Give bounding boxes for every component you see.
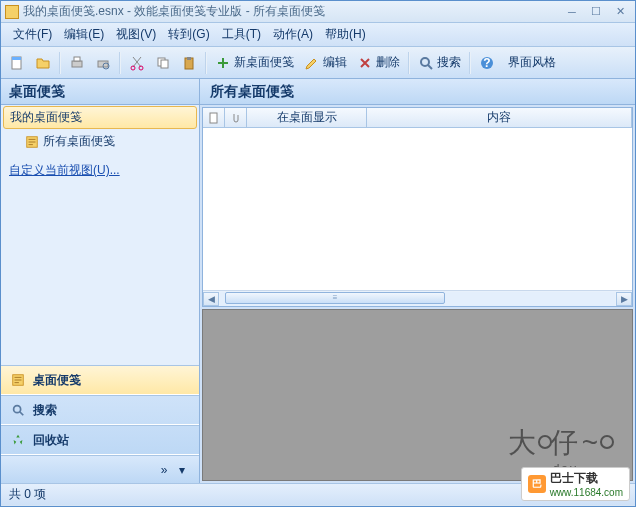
edit-note-button[interactable]: 编辑 [300,51,351,75]
menu-file[interactable]: 文件(F) [7,24,58,45]
separator [59,52,61,74]
note-icon [11,373,25,387]
svg-rect-9 [161,60,168,68]
minimize-button[interactable]: ─ [561,4,583,20]
list-body[interactable] [203,128,632,290]
menubar: 文件(F) 编辑(E) 视图(V) 转到(G) 工具(T) 动作(A) 帮助(H… [1,23,635,47]
toolbar: 新桌面便笺 编辑 删除 搜索 ? 界面风格 [1,47,635,79]
separator [408,52,410,74]
main-title: 所有桌面便笺 [200,79,635,105]
print-preview-button[interactable] [91,51,115,75]
svg-point-17 [14,406,21,413]
col-icon2[interactable] [225,108,247,127]
paste-button[interactable] [177,51,201,75]
svg-text:?: ? [483,56,490,70]
copy-button[interactable] [151,51,175,75]
download-logo-icon: 巴 [528,475,546,493]
scroll-right-button[interactable]: ▶ [616,292,632,306]
svg-rect-11 [187,57,191,60]
preview-pane: 大仔~ day [202,309,633,481]
cut-button[interactable] [125,51,149,75]
tree-all-notes[interactable]: 所有桌面便笺 [1,130,199,153]
sidebar-panel-title: 桌面便笺 [1,79,199,105]
menu-tools[interactable]: 工具(T) [216,24,267,45]
nav-more-button[interactable]: » [155,461,173,479]
sidebar-tree: 我的桌面便笺 所有桌面便笺 自定义当前视图(U)... [1,105,199,365]
menu-help[interactable]: 帮助(H) [319,24,372,45]
theme-button[interactable]: 界面风格 [501,51,560,75]
menu-goto[interactable]: 转到(G) [162,24,215,45]
note-icon [25,135,39,149]
col-content[interactable]: 内容 [367,108,632,127]
tree-root[interactable]: 我的桌面便笺 [3,106,197,129]
download-badge[interactable]: 巴 巴士下载 www.11684.com [521,467,630,501]
print-button[interactable] [65,51,89,75]
note-list: 在桌面显示 内容 ◀ ≡ ▶ [202,107,633,307]
search-button[interactable]: 搜索 [414,51,465,75]
open-file-button[interactable] [31,51,55,75]
page-icon [208,112,220,124]
download-site: 巴士下载 [550,470,623,487]
main-area: 所有桌面便笺 在桌面显示 内容 ◀ ≡ ▶ 大仔~ day [200,79,635,483]
menu-view[interactable]: 视图(V) [110,24,162,45]
menu-action[interactable]: 动作(A) [267,24,319,45]
sidebar: 桌面便笺 我的桌面便笺 所有桌面便笺 自定义当前视图(U)... 桌面便笺 搜索… [1,79,200,483]
attach-icon [230,112,242,124]
horizontal-scrollbar: ◀ ≡ ▶ [203,290,632,306]
col-show-desktop[interactable]: 在桌面显示 [247,108,367,127]
separator [119,52,121,74]
new-file-button[interactable] [5,51,29,75]
scroll-left-button[interactable]: ◀ [203,292,219,306]
scroll-track[interactable]: ≡ [220,292,615,306]
svg-rect-18 [210,113,217,123]
nav-footer: » ▾ [1,455,199,483]
nav-recycle-label: 回收站 [33,432,69,449]
close-button[interactable]: ✕ [609,4,631,20]
tree-all-notes-label: 所有桌面便笺 [43,133,115,150]
delete-note-button[interactable]: 删除 [353,51,404,75]
svg-rect-1 [12,57,21,60]
search-icon [11,403,25,417]
separator [469,52,471,74]
list-header: 在桌面显示 内容 [203,108,632,128]
status-count: 共 0 项 [9,486,46,503]
nav-dropdown-button[interactable]: ▾ [173,461,191,479]
app-icon [5,5,19,19]
new-note-button[interactable]: 新桌面便笺 [211,51,298,75]
workspace: 桌面便笺 我的桌面便笺 所有桌面便笺 自定义当前视图(U)... 桌面便笺 搜索… [1,79,635,483]
help-button[interactable]: ? [475,51,499,75]
svg-rect-3 [74,57,80,61]
customize-view-link[interactable]: 自定义当前视图(U)... [1,159,199,182]
nav-recycle[interactable]: 回收站 [1,425,199,455]
nav-notes[interactable]: 桌面便笺 [1,365,199,395]
window-title: 我的桌面便笺.esnx - 效能桌面便笺专业版 - 所有桌面便笺 [23,3,559,20]
nav-search[interactable]: 搜索 [1,395,199,425]
svg-point-12 [421,58,429,66]
recycle-icon [11,433,25,447]
nav-notes-label: 桌面便笺 [33,372,81,389]
nav-search-label: 搜索 [33,402,57,419]
nav-buttons: 桌面便笺 搜索 回收站 [1,365,199,455]
col-icon1[interactable] [203,108,225,127]
scroll-thumb[interactable]: ≡ [225,292,445,304]
svg-rect-2 [72,61,82,67]
menu-edit[interactable]: 编辑(E) [58,24,110,45]
maximize-button[interactable]: ☐ [585,4,607,20]
download-url: www.11684.com [550,487,623,498]
watermark-text: 大仔~ [508,424,612,462]
separator [205,52,207,74]
titlebar: 我的桌面便笺.esnx - 效能桌面便笺专业版 - 所有桌面便笺 ─ ☐ ✕ [1,1,635,23]
